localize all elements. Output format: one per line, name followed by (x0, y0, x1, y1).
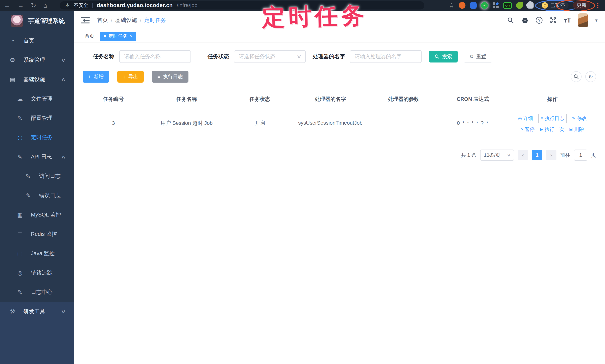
sidebar-item-log-center[interactable]: ✎ 日志中心 (0, 283, 74, 302)
page-1-button[interactable]: 1 (532, 150, 542, 160)
sidebar-item-label: 配置管理 (31, 114, 53, 122)
font-size-icon[interactable]: TT (564, 16, 571, 24)
screen: ← → ↻ ⌂ ⚠ 不安全 dashboard.yudao.iocoder.cn… (0, 0, 605, 364)
edit-link[interactable]: ✎ 修改 (572, 115, 587, 122)
next-page-button[interactable]: › (546, 150, 556, 160)
gear-icon: ⚙ (9, 57, 16, 64)
not-secure-label: 不安全 (74, 2, 88, 9)
bookmark-star-icon[interactable]: ☆ (449, 2, 454, 9)
job-status-select[interactable]: 请选择任务状态 ∨ (234, 50, 306, 63)
forward-icon[interactable]: → (17, 2, 24, 9)
goto-page-input[interactable] (574, 150, 587, 161)
browser-menu-kebab-icon[interactable]: ⋮ (595, 2, 601, 9)
page-size-select[interactable]: 10条/页 ∨ (480, 150, 514, 161)
back-icon[interactable]: ← (4, 2, 10, 9)
extension-blue-icon[interactable] (470, 2, 477, 9)
github-icon[interactable] (521, 16, 529, 24)
toggle-search-button[interactable] (571, 71, 581, 82)
sidebar-item-error-logs[interactable]: ✎ 错误日志 (0, 186, 74, 205)
app-title: 芋道管理系统 (28, 17, 65, 25)
eye-icon: ◎ (518, 116, 522, 121)
close-icon[interactable]: × (130, 34, 132, 39)
stack-icon: ≣ (16, 231, 24, 238)
detail-link[interactable]: ◎ 详细 (518, 115, 533, 122)
sidebar-item-api-logs[interactable]: ✎ API 日志 ∧ (0, 147, 74, 167)
execution-log-button[interactable]: ≡ 执行日志 (152, 71, 188, 83)
pencil-icon: ✎ (572, 116, 575, 121)
cell-job-status: 开启 (229, 107, 290, 139)
pause-link[interactable]: × 暂停 (521, 126, 535, 133)
run-once-link[interactable]: ▶ 执行一次 (540, 126, 564, 133)
breadcrumb-current: 定时任务 (144, 16, 166, 24)
tag-home[interactable]: 首页 (81, 32, 98, 41)
tag-scheduled-tasks[interactable]: 定时任务 × (100, 32, 136, 41)
breadcrumb-infrastructure[interactable]: 基础设施 (115, 16, 137, 24)
col-job-name: 任务名称 (144, 91, 229, 107)
search-icon (434, 54, 439, 59)
profile-paused-pill[interactable]: ☺ 已暂停 (538, 1, 568, 10)
handler-name-input[interactable] (350, 50, 421, 63)
export-button[interactable]: ↓ 导出 (117, 71, 144, 83)
sidebar-item-system-management[interactable]: ⚙ 系统管理 ∨ (0, 51, 74, 70)
chevron-down-icon: ∨ (61, 57, 66, 63)
page-content: 任务名称 任务状态 请选择任务状态 ∨ 处理器的名字 搜索 ↻ (74, 42, 605, 161)
table-header-row: 任务编号 任务名称 任务状态 处理器的名字 处理器的参数 CRON 表达式 操作 (83, 91, 596, 107)
reload-icon[interactable]: ↻ (31, 2, 36, 9)
extension-grid-icon[interactable] (492, 2, 499, 9)
chevron-up-icon: ∧ (61, 77, 66, 82)
sidebar-item-label: 首页 (24, 37, 34, 44)
extension-on-badge[interactable]: on (503, 2, 512, 9)
search-button[interactable]: 搜索 (429, 51, 458, 63)
play-icon: ▶ (540, 127, 543, 132)
sidebar-item-java-monitor[interactable]: ▢ Java 监控 (0, 244, 74, 263)
url-host: dashboard.yudao.iocoder.cn (97, 2, 173, 8)
refresh-table-button[interactable]: ↻ (585, 71, 596, 82)
filter-form: 任务名称 任务状态 请选择任务状态 ∨ 处理器的名字 搜索 ↻ (93, 50, 596, 63)
sidebar-item-redis-monitor[interactable]: ≣ Redis 监控 (0, 224, 74, 244)
sidebar-item-mysql-monitor[interactable]: ▦ MySQL 监控 (0, 205, 74, 224)
sidebar-item-config-management[interactable]: ✎ 配置管理 (0, 108, 74, 128)
job-status-label: 任务状态 (208, 53, 229, 60)
extensions-puzzle-icon[interactable] (527, 2, 534, 9)
sidebar-item-home[interactable]: ◔ 首页 (0, 31, 74, 51)
address-bar[interactable]: ⚠ 不安全 dashboard.yudao.iocoder.cn /infra/… (60, 1, 424, 10)
tag-label: 定时任务 (108, 33, 128, 39)
sidebar-item-infrastructure[interactable]: ▤ 基础设施 ∧ (0, 70, 74, 89)
chevron-down-icon: ∨ (507, 153, 511, 157)
select-placeholder: 请选择任务状态 (239, 53, 275, 60)
sidebar-item-file-management[interactable]: ☁ 文件管理 (0, 89, 74, 108)
browser-update-button[interactable]: 更新 (573, 1, 590, 10)
row-execution-log-link[interactable]: ≡ 执行日志 (538, 114, 567, 123)
refresh-icon: ↻ (470, 54, 474, 59)
prev-page-button[interactable]: ‹ (518, 150, 528, 160)
breadcrumb-home[interactable]: 首页 (97, 16, 108, 24)
extension-leaf-icon[interactable] (516, 2, 523, 9)
user-avatar[interactable] (578, 13, 588, 27)
page-unit-label: 页 (591, 152, 596, 158)
app-logo-row[interactable]: 芋道管理系统 (0, 11, 74, 31)
sidebar-item-dev-tools[interactable]: ⚒ 研发工具 ∨ (0, 302, 74, 321)
avatar-caret-down-icon[interactable]: ▾ (595, 17, 598, 23)
breadcrumb-separator: / (140, 17, 141, 24)
home-icon[interactable]: ⌂ (43, 2, 47, 9)
add-button[interactable]: + 新增 (83, 71, 109, 83)
page-size-value: 10条/页 (484, 152, 500, 158)
delete-link[interactable]: ⊟ 删除 (569, 126, 584, 133)
job-name-input[interactable] (119, 50, 191, 63)
sidebar-item-trace[interactable]: ◎ 链路追踪 (0, 263, 74, 283)
extension-green-check-icon[interactable]: ✓ (481, 2, 488, 9)
sidebar-item-scheduled-tasks[interactable]: ◷ 定时任务 (0, 128, 74, 147)
cell-job-name: 用户 Session 超时 Job (144, 107, 229, 139)
collapse-sidebar-icon[interactable] (81, 17, 90, 24)
sidebar-item-label: 日志中心 (31, 288, 53, 296)
sidebar-item-access-logs[interactable]: ✎ 访问日志 (0, 167, 74, 186)
toolbox-icon: ⚒ (9, 308, 16, 315)
reset-button[interactable]: ↻ 重置 (464, 51, 492, 63)
help-icon[interactable]: ? (536, 17, 542, 24)
extension-orange-icon[interactable] (459, 2, 465, 9)
fullscreen-icon[interactable] (550, 16, 557, 24)
not-secure-warning-icon: ⚠ (65, 2, 70, 8)
sidebar-item-label: Java 监控 (31, 250, 54, 257)
search-icon[interactable] (507, 16, 514, 24)
sidebar-item-label: 系统管理 (24, 56, 45, 64)
